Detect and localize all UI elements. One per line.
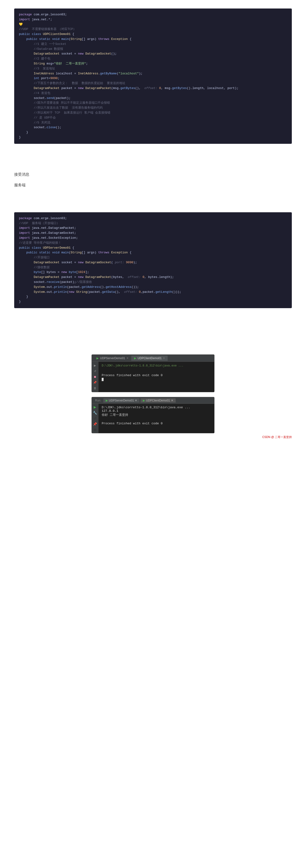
run-tab-client-label: UDPClientDemo01 (146, 399, 170, 402)
tab-client-1-close[interactable]: ✕ (163, 357, 165, 360)
section-server: 服务端 (14, 183, 292, 188)
run-content: D:\JDK\.jdks\corretto-1.8.0_312\bin\java… (99, 404, 214, 433)
run-output-ip: 127.0.0.1 (102, 409, 211, 413)
tab-server-1[interactable]: ▶ UDPServerDemo01 ✕ (94, 355, 131, 361)
run-bar-wrench[interactable]: 🔧 (93, 411, 97, 415)
bar-icon-run[interactable]: ▶ (93, 364, 97, 367)
spacer-6 (14, 321, 292, 331)
run-bar-trash[interactable]: 🗑 (93, 428, 97, 432)
bar-icon-pin[interactable]: 📌 (93, 381, 97, 384)
run-bar-rerun[interactable]: ↺ (94, 416, 96, 420)
run-tab-server-icon: ▶ (106, 399, 108, 402)
run-output-exit: Process finished with exit code 0 (102, 422, 211, 425)
run-bar-play[interactable]: ▶ (94, 405, 96, 409)
run-tab-server-close[interactable]: ✕ (135, 399, 137, 402)
run-tab-client[interactable]: ▶ UDPClientDemo01 ✕ (140, 398, 175, 403)
run-output-msg: 你好 二哥一直坚持 (102, 413, 211, 417)
tab-client-1-label: UDPClientDemo01 (138, 356, 162, 360)
run-tab-client-close[interactable]: ✕ (171, 399, 173, 402)
terminal-tabs-1: ▶ UDPServerDemo01 ✕ ▶ UDPClientDemo01 ✕ (92, 355, 214, 362)
spacer-2 (14, 157, 292, 166)
spacer-3 (14, 190, 292, 199)
terminal-server-run: Run: ▶ UDPServerDemo01 ✕ ▶ UDPClientDemo… (91, 397, 215, 433)
tab-client-1[interactable]: ▶ UDPClientDemo01 ✕ (131, 355, 168, 361)
section-receive: 接受消息 (14, 172, 292, 177)
tab-server-1-icon: ▶ (96, 356, 99, 360)
tab-server-1-label: UDPServerDemo01 (100, 356, 125, 360)
page-container: package com.erge.lesson03; import java.n… (0, 0, 306, 444)
spacer-5 (14, 312, 292, 321)
cursor-1 (102, 378, 211, 381)
tab-client-1-icon: ▶ (134, 356, 136, 360)
run-tabs: Run: ▶ UDPServerDemo01 ✕ ▶ UDPClientDemo… (92, 397, 214, 404)
code-block-client: package com.erge.lesson03; import java.n… (14, 8, 292, 144)
terminal-content-1: D:\JDK\.jdks\corretto-1.8.0_312\bin\java… (99, 362, 214, 392)
bar-icon-trash[interactable]: 🗑 (93, 386, 97, 390)
spacer-run-1 (102, 417, 211, 422)
code-block-server: package com.erge.lesson03; //UDP 服务端（开放端… (14, 212, 292, 308)
terminal-sidebar-1: ▶ ↺ ⏹ 📌 🗑 D:\JDK\.jdks\corretto-1.8.0_31… (92, 362, 214, 392)
spacer-7 (14, 331, 292, 340)
run-label: Run: (94, 398, 103, 403)
run-tab-client-icon: ▶ (143, 399, 145, 402)
run-tab-server[interactable]: ▶ UDPServerDemo01 ✕ (103, 398, 140, 403)
bar-icon-stop[interactable]: ⏹ (93, 375, 97, 379)
output-line-1: Process finished with exit code 0 (102, 374, 211, 377)
spacer-8 (14, 340, 292, 350)
run-tab-server-label: UDPServerDemo01 (109, 399, 134, 402)
spacer-4 (14, 199, 292, 209)
run-cmd-line: D:\JDK\.jdks\corretto-1.8.0_312\bin\java… (102, 406, 211, 409)
tab-server-1-close[interactable]: ✕ (127, 357, 129, 360)
spacer-term-1 (102, 368, 211, 373)
run-bar-pin[interactable]: 📌 (93, 422, 97, 426)
bar-icon-rerun[interactable]: ↺ (93, 369, 97, 373)
cmd-line-1: D:\JDK\.jdks\corretto-1.8.0_312\bin\java… (102, 364, 211, 367)
run-content-wrapper: ▶ 🔧 ↺ 📌 🗑 D:\JDK\.jdks\corretto-1.8.0_31… (92, 404, 214, 433)
terminal-leftbar-1: ▶ ↺ ⏹ 📌 🗑 (92, 362, 99, 392)
csdn-watermark: CSDN @ 二哥一直坚持 (14, 435, 292, 439)
terminal-client-done: ▶ UDPServerDemo01 ✕ ▶ UDPClientDemo01 ✕ … (91, 354, 215, 392)
run-leftbar: ▶ 🔧 ↺ 📌 🗑 (92, 404, 99, 433)
spacer-1 (14, 148, 292, 157)
